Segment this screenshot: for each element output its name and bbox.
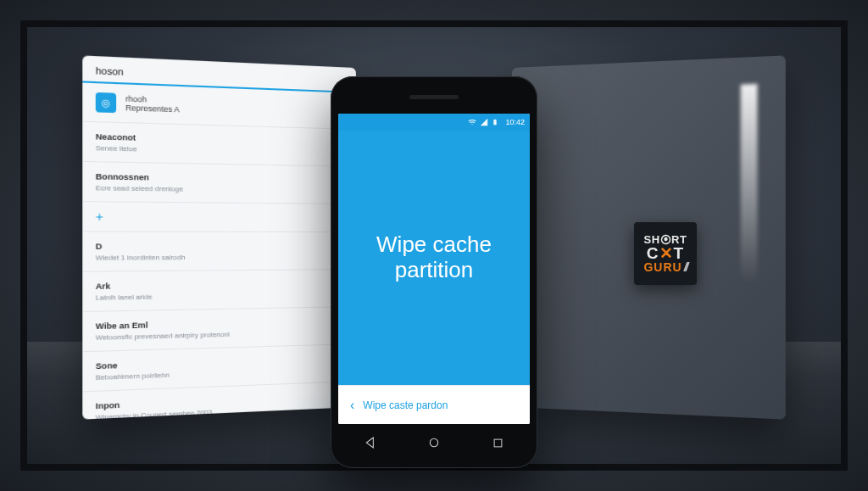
bottom-label: Wipe caste pardon [363, 399, 448, 411]
list-item[interactable]: Bonnossnen Ecre sead seleed drenloge [82, 162, 356, 204]
phone-screen: 10:42 Wipe cache partition ‹ Wipe caste … [338, 114, 530, 424]
item-title: D [96, 241, 345, 251]
logo-c: C [647, 244, 659, 262]
shortcut-guru-logo: SH⦿RT C✕T GURU// [634, 222, 697, 285]
phone-device: 10:42 Wipe cache partition ‹ Wipe caste … [331, 76, 537, 468]
logo-t: T [674, 244, 685, 262]
svg-rect-1 [494, 439, 502, 447]
battery-icon [492, 118, 498, 126]
chevron-left-icon: ‹ [350, 398, 354, 413]
item-title: Bonnossnen [96, 171, 345, 185]
item-subtitle: Representes A [125, 103, 180, 114]
item-subtitle: Ecre sead seleed drenloge [96, 184, 345, 195]
bottom-action-bar[interactable]: ‹ Wipe caste pardon [338, 385, 530, 424]
wifi-icon [468, 118, 476, 126]
list-item[interactable]: D Wiedet 1 inordinten sairodh [82, 232, 356, 272]
list-item[interactable]: Ark Latnih lanel aride [82, 270, 356, 312]
status-bar: 10:42 [338, 114, 530, 131]
android-navbar [338, 427, 530, 458]
settings-panel-left: hoson ◎ rhooh Representes A Neaconot Sen… [82, 55, 356, 419]
recent-nav-icon[interactable] [492, 437, 504, 449]
item-title: Ark [96, 278, 345, 291]
logo-line-3: GURU// [643, 261, 687, 273]
add-button[interactable]: + [82, 202, 356, 232]
logo-guru: GURU [643, 260, 682, 274]
item-subtitle: Wiedet 1 inordinten sairodh [96, 253, 345, 262]
speaker-grill [409, 95, 459, 99]
item-subtitle: Latnih lanel aride [96, 290, 345, 302]
app-icon: ◎ [96, 92, 116, 113]
signal-icon [480, 118, 488, 126]
home-nav-icon[interactable] [427, 436, 441, 449]
svg-point-0 [431, 438, 438, 446]
scene-frame: hoson ◎ rhooh Representes A Neaconot Sen… [20, 20, 848, 471]
back-nav-icon[interactable] [364, 436, 377, 449]
logo-line-2: C✕T [647, 245, 684, 262]
list-item[interactable]: Neaconot Senee lteloe [82, 122, 356, 167]
logo-slashes: // [684, 260, 687, 274]
logo-x-icon: ✕ [659, 244, 674, 262]
status-time: 10:42 [505, 118, 525, 126]
main-label[interactable]: Wipe cache partition [338, 131, 530, 385]
